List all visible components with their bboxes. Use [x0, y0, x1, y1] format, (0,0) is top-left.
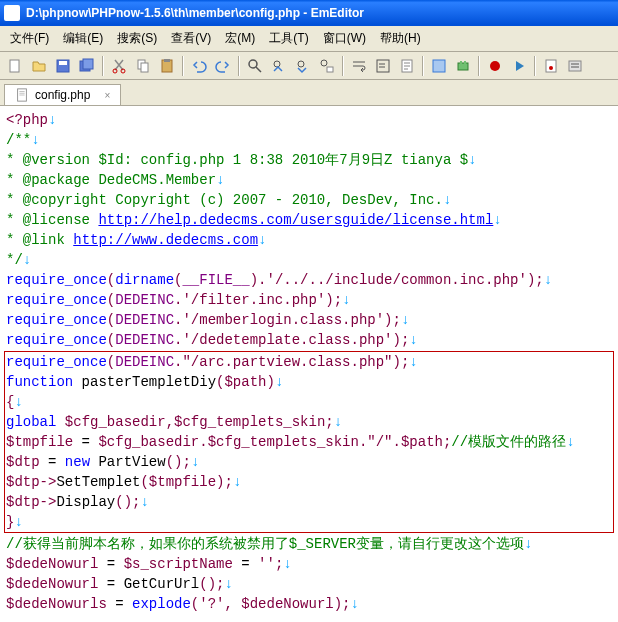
svg-rect-16	[377, 60, 389, 72]
link-site[interactable]: http://www.dedecms.com	[73, 232, 258, 248]
window-title: D:\phpnow\PHPnow-1.5.6\th\member\config.…	[26, 6, 364, 20]
menu-bar: 文件(F) 编辑(E) 搜索(S) 查看(V) 宏(M) 工具(T) 窗口(W)…	[0, 26, 618, 52]
toolbar-separator	[342, 56, 344, 76]
code-text: /**	[6, 132, 31, 148]
menu-macro[interactable]: 宏(M)	[219, 28, 261, 49]
fullscreen-button[interactable]	[428, 55, 450, 77]
wordwrap-window-button[interactable]	[372, 55, 394, 77]
svg-rect-10	[164, 59, 170, 62]
svg-point-22	[490, 61, 500, 71]
document-icon	[15, 88, 29, 102]
menu-window[interactable]: 窗口(W)	[317, 28, 372, 49]
code-text: <?php	[6, 112, 48, 128]
open-file-button[interactable]	[28, 55, 50, 77]
svg-rect-15	[327, 67, 333, 72]
svg-rect-0	[10, 60, 19, 72]
plugins-button[interactable]	[452, 55, 474, 77]
toolbar-separator	[238, 56, 240, 76]
toolbar-separator	[102, 56, 104, 76]
wordwrap-button[interactable]	[348, 55, 370, 77]
properties-button[interactable]	[540, 55, 562, 77]
svg-rect-2	[59, 61, 67, 65]
title-bar: D:\phpnow\PHPnow-1.5.6\th\member\config.…	[0, 0, 618, 26]
record-macro-button[interactable]	[484, 55, 506, 77]
toolbar-separator	[422, 56, 424, 76]
app-icon	[4, 5, 20, 21]
find-next-button[interactable]	[292, 55, 314, 77]
copy-button[interactable]	[132, 55, 154, 77]
svg-rect-20	[460, 61, 462, 64]
replace-button[interactable]	[316, 55, 338, 77]
menu-search[interactable]: 搜索(S)	[111, 28, 163, 49]
toolbar-separator	[182, 56, 184, 76]
svg-point-12	[274, 61, 280, 67]
menu-tools[interactable]: 工具(T)	[263, 28, 314, 49]
toolbar-separator	[478, 56, 480, 76]
tab-close-button[interactable]: ×	[104, 90, 110, 101]
menu-view[interactable]: 查看(V)	[165, 28, 217, 49]
svg-point-14	[321, 60, 327, 66]
svg-rect-21	[464, 61, 466, 64]
menu-help[interactable]: 帮助(H)	[374, 28, 427, 49]
cut-button[interactable]	[108, 55, 130, 77]
svg-point-24	[549, 66, 553, 70]
toolbar	[0, 52, 618, 80]
redo-button[interactable]	[212, 55, 234, 77]
find-prev-button[interactable]	[268, 55, 290, 77]
play-macro-button[interactable]	[508, 55, 530, 77]
link-license[interactable]: http://help.dedecms.com/usersguide/licen…	[98, 212, 493, 228]
save-all-button[interactable]	[76, 55, 98, 77]
tab-filename: config.php	[35, 88, 90, 102]
tab-bar: config.php ×	[0, 80, 618, 106]
menu-file[interactable]: 文件(F)	[4, 28, 55, 49]
svg-point-11	[249, 60, 257, 68]
svg-rect-8	[141, 63, 148, 72]
svg-point-13	[298, 61, 304, 67]
svg-rect-25	[569, 61, 581, 71]
svg-rect-4	[83, 59, 93, 69]
toolbar-separator	[534, 56, 536, 76]
wordwrap-page-button[interactable]	[396, 55, 418, 77]
undo-button[interactable]	[188, 55, 210, 77]
highlighted-code-block: require_once(DEDEINC."/arc.partview.clas…	[4, 351, 614, 533]
config-button[interactable]	[564, 55, 586, 77]
svg-rect-18	[433, 60, 445, 72]
paste-button[interactable]	[156, 55, 178, 77]
file-tab[interactable]: config.php ×	[4, 84, 121, 105]
find-button[interactable]	[244, 55, 266, 77]
save-button[interactable]	[52, 55, 74, 77]
code-editor[interactable]: <?php↓ /**↓ * @version $Id: config.php 1…	[0, 106, 618, 622]
svg-rect-19	[458, 63, 468, 70]
menu-edit[interactable]: 编辑(E)	[57, 28, 109, 49]
new-file-button[interactable]	[4, 55, 26, 77]
